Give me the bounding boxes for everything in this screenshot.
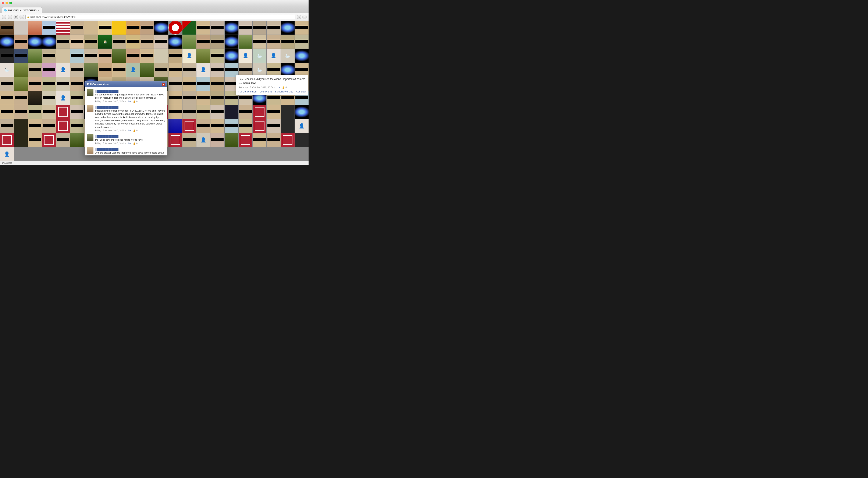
mosaic-cell[interactable] [295, 35, 309, 49]
mosaic-cell[interactable]: 🦢 [253, 49, 267, 63]
mosaic-cell[interactable] [196, 77, 210, 91]
mosaic-cell[interactable] [253, 35, 267, 49]
mosaic-cell[interactable] [196, 119, 210, 133]
mosaic-cell[interactable] [211, 133, 224, 147]
mosaic-cell[interactable] [211, 35, 224, 49]
mosaic-cell[interactable] [28, 49, 42, 63]
mosaic-cell[interactable] [267, 21, 280, 35]
mosaic-cell[interactable]: 🦢 [281, 49, 294, 63]
like-button[interactable]: Like [127, 155, 130, 155]
mosaic-cell[interactable] [14, 63, 28, 77]
mosaic-cell[interactable] [225, 63, 239, 77]
mosaic-cell[interactable] [225, 49, 239, 63]
popup-content[interactable]: ██████████████ Screen resolution? I gott… [85, 87, 167, 155]
mosaic-cell[interactable] [239, 133, 252, 147]
mosaic-cell[interactable] [140, 63, 154, 77]
mosaic-cell[interactable] [196, 35, 210, 49]
mosaic-cell[interactable]: 👤 [56, 91, 70, 105]
mosaic-cell[interactable] [84, 49, 98, 63]
mosaic-cell[interactable] [168, 49, 182, 63]
mosaic-cell[interactable] [225, 21, 239, 35]
mosaic-cell[interactable] [70, 35, 84, 49]
mosaic-cell[interactable] [295, 105, 309, 119]
user-profile-link[interactable]: User Profile [260, 90, 272, 93]
minimize-button[interactable] [5, 2, 8, 4]
mosaic-cell[interactable]: 🦢 [0, 63, 14, 77]
mosaic-cell[interactable] [56, 35, 70, 49]
mosaic-cell[interactable] [112, 21, 126, 35]
mosaic-cell[interactable] [70, 49, 84, 63]
mosaic-cell[interactable] [182, 77, 196, 91]
popup-close-button[interactable]: ✕ [162, 83, 165, 86]
mosaic-cell[interactable] [84, 21, 98, 35]
mosaic-cell[interactable] [56, 105, 70, 119]
mosaic-cell[interactable] [0, 49, 14, 63]
mosaic-cell[interactable] [211, 63, 224, 77]
like-button[interactable]: Like [127, 142, 130, 145]
mosaic-cell[interactable] [225, 105, 239, 119]
mosaic-cell[interactable] [42, 49, 56, 63]
mosaic-cell[interactable] [182, 133, 196, 147]
mosaic-cell[interactable]: 👤 [126, 63, 140, 77]
mosaic-cell[interactable] [140, 49, 154, 63]
mosaic-cell[interactable] [239, 35, 252, 49]
mosaic-cell[interactable] [42, 105, 56, 119]
mosaic-cell[interactable] [267, 35, 280, 49]
like-button[interactable]: Like [127, 100, 130, 102]
mosaic-cell[interactable]: 👤 [239, 49, 252, 63]
mosaic-cell[interactable] [182, 21, 196, 35]
mosaic-cell[interactable] [295, 133, 309, 147]
close-button[interactable] [2, 2, 4, 4]
mosaic-cell[interactable] [295, 49, 309, 63]
mosaic-cell[interactable] [14, 35, 28, 49]
mosaic-cell[interactable] [253, 133, 267, 147]
bookmark-button[interactable]: ☆ [297, 14, 301, 19]
mosaic-cell[interactable] [182, 35, 196, 49]
mosaic-cell[interactable] [70, 105, 84, 119]
mosaic-cell[interactable]: 👤 [196, 63, 210, 77]
mosaic-cell[interactable] [211, 105, 224, 119]
mosaic-cell[interactable] [84, 35, 98, 49]
maximize-button[interactable] [9, 2, 12, 4]
mosaic-cell[interactable] [14, 91, 28, 105]
mosaic-cell[interactable] [154, 35, 168, 49]
active-tab[interactable]: 🌐 THE VIRTUAL WATCHERS ✕ [2, 7, 42, 13]
mosaic-cell[interactable] [112, 49, 126, 63]
mosaic-cell[interactable] [168, 21, 182, 35]
mosaic-cell[interactable] [211, 21, 224, 35]
mosaic-cell[interactable] [225, 133, 239, 147]
mosaic-cell[interactable] [112, 35, 126, 49]
mosaic-cell[interactable] [56, 119, 70, 133]
refresh-button[interactable]: ↻ [13, 14, 18, 19]
mosaic-cell[interactable] [42, 77, 56, 91]
mosaic-cell[interactable] [42, 21, 56, 35]
tab-close-button[interactable]: ✕ [38, 9, 40, 11]
mosaic-cell[interactable]: 👤 [182, 49, 196, 63]
cameras-link[interactable]: Cameras [296, 90, 306, 93]
conversation-popup[interactable]: Full Conversation ✕ ██████████████ [85, 81, 167, 155]
mosaic-cell[interactable] [140, 21, 154, 35]
mosaic-cell[interactable] [281, 21, 294, 35]
mosaic-cell[interactable] [126, 21, 140, 35]
home-button[interactable]: ⌂ [20, 14, 24, 19]
mosaic-cell[interactable] [196, 91, 210, 105]
mosaic-cell[interactable] [253, 119, 267, 133]
mosaic-cell[interactable] [56, 133, 70, 147]
mosaic-cell[interactable] [14, 119, 28, 133]
mosaic-cell[interactable] [14, 77, 28, 91]
mosaic-cell[interactable] [211, 77, 224, 91]
mosaic-cell[interactable] [168, 35, 182, 49]
mosaic-cell[interactable] [168, 119, 182, 133]
mosaic-cell[interactable] [56, 77, 70, 91]
mosaic-cell[interactable] [253, 21, 267, 35]
mosaic-cell[interactable] [0, 91, 14, 105]
mosaic-cell[interactable] [239, 105, 252, 119]
mosaic-cell[interactable] [211, 91, 224, 105]
full-conversation-link[interactable]: Full Conversation [239, 90, 257, 93]
mosaic-cell[interactable] [281, 105, 294, 119]
mosaic-cell[interactable] [70, 63, 84, 77]
mosaic-cell[interactable] [28, 21, 42, 35]
mosaic-cell[interactable] [42, 35, 56, 49]
mosaic-cell[interactable]: 👤 [267, 49, 280, 63]
mosaic-cell[interactable] [126, 49, 140, 63]
